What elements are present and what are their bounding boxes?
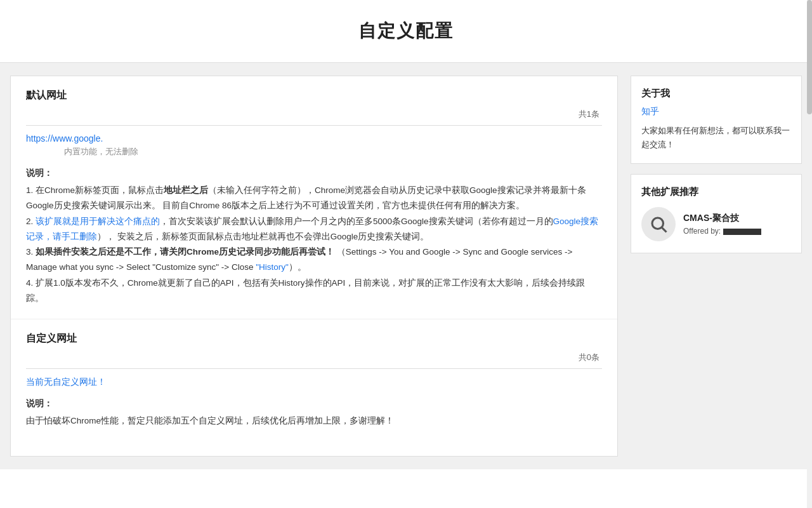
desc-line-1: 1. 在Chrome新标签页面，鼠标点击地址栏之后（未输入任何字符之前），Chr… bbox=[26, 185, 586, 210]
no-url-text: 当前无自定义网址！ bbox=[26, 377, 602, 388]
main-layout: 默认网址 共1条 https://www.google. 内置功能，无法删除 说… bbox=[0, 63, 812, 469]
ext-info: CMAS-聚合技 Offered by: bbox=[683, 213, 761, 236]
url-note: 内置功能，无法删除 bbox=[64, 147, 138, 156]
custom-url-section: 自定义网址 共0条 当前无自定义网址！ 说明： 由于怕破坏Chrome性能，暂定… bbox=[11, 319, 617, 441]
ext-item: CMAS-聚合技 Offered by: bbox=[641, 207, 791, 241]
default-url-title: 默认网址 bbox=[26, 89, 602, 102]
page-header: 自定义配置 bbox=[0, 0, 812, 63]
custom-desc-text: 由于怕破坏Chrome性能，暂定只能添加五个自定义网址，后续优化后再增加上限，多… bbox=[26, 413, 602, 429]
zhihu-link[interactable]: 知乎 bbox=[641, 106, 791, 117]
left-content: 默认网址 共1条 https://www.google. 内置功能，无法删除 说… bbox=[10, 76, 618, 457]
default-url-link[interactable]: https://www.google. bbox=[26, 133, 602, 144]
svg-point-0 bbox=[652, 218, 664, 229]
page-wrapper: 自定义配置 默认网址 共1条 https://www.google. 内置功能，… bbox=[0, 0, 812, 508]
default-url-section: 默认网址 共1条 https://www.google. 内置功能，无法删除 说… bbox=[11, 76, 617, 319]
offered-name-redacted bbox=[723, 229, 761, 235]
desc-line-2: 2. 该扩展就是用于解决这个痛点的，首次安装该扩展会默认认删除用户一个月之内的至… bbox=[26, 217, 598, 241]
about-description: 大家如果有任何新想法，都可以联系我一起交流！ bbox=[641, 124, 791, 152]
offered-by-label: Offered by: bbox=[683, 227, 721, 236]
ext-card: 其他扩展推荐 CMAS-聚合技 Offered by: bbox=[631, 174, 802, 253]
custom-desc-content: 由于怕破坏Chrome性能，暂定只能添加五个自定义网址，后续优化后再增加上限，多… bbox=[26, 416, 394, 425]
ext-card-title: 其他扩展推荐 bbox=[641, 186, 791, 198]
no-url-link[interactable]: 址！ bbox=[88, 377, 106, 387]
custom-desc-label: 说明： bbox=[26, 398, 602, 410]
svg-line-1 bbox=[662, 228, 667, 232]
right-sidebar: 关于我 知乎 大家如果有任何新想法，都可以联系我一起交流！ 其他扩展推荐 CMA… bbox=[631, 76, 802, 457]
custom-url-title: 自定义网址 bbox=[26, 332, 602, 345]
about-card: 关于我 知乎 大家如果有任何新想法，都可以联系我一起交流！ bbox=[631, 76, 802, 164]
ext-offered: Offered by: bbox=[683, 227, 761, 236]
description-label-1: 说明： bbox=[26, 168, 602, 179]
desc-line-4: 4. 扩展1.0版本发布不久，Chrome就更新了自己的API，包括有关Hist… bbox=[26, 278, 585, 303]
ext-icon bbox=[641, 207, 676, 241]
scrollbar-track[interactable] bbox=[807, 0, 812, 508]
custom-url-count: 共0条 bbox=[26, 352, 602, 363]
section-divider bbox=[26, 125, 602, 126]
description-text-1: 1. 在Chrome新标签页面，鼠标点击地址栏之后（未输入任何字符之前），Chr… bbox=[26, 183, 602, 306]
scrollbar-thumb[interactable] bbox=[807, 0, 812, 114]
about-title: 关于我 bbox=[641, 88, 791, 100]
desc-line-3: 3. 如果插件安装之后还是不工作，请关闭Chrome历史记录同步功能后再尝试！ … bbox=[26, 247, 572, 272]
default-url-count: 共1条 bbox=[26, 109, 602, 120]
desc-extension-link[interactable]: 该扩展就是用于解决这个痛点的 bbox=[36, 217, 160, 226]
ext-name: CMAS-聚合技 bbox=[683, 213, 761, 224]
desc-history-link[interactable]: "History" bbox=[256, 262, 289, 272]
search-icon bbox=[649, 215, 668, 234]
custom-section-divider bbox=[26, 368, 602, 369]
page-title: 自定义配置 bbox=[13, 19, 799, 43]
